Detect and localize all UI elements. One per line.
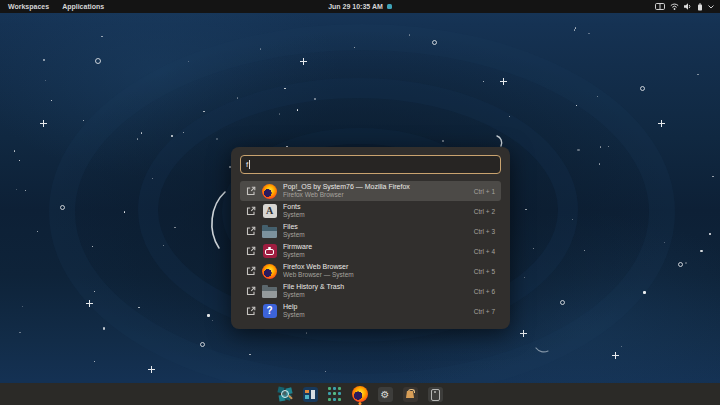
result-subtitle: System — [283, 291, 468, 299]
launcher-search-icon — [277, 386, 293, 402]
firmware-icon — [262, 244, 277, 259]
tiling-icon[interactable] — [655, 3, 665, 10]
launch-icon — [246, 306, 256, 316]
result-shortcut: Ctrl + 5 — [474, 268, 495, 275]
firefox-icon — [262, 184, 277, 199]
clock[interactable]: Jun 29 10:35 AM — [328, 3, 383, 10]
top-panel: Workspaces Applications Jun 29 10:35 AM — [0, 0, 720, 13]
launch-icon — [246, 206, 256, 216]
dock-item-firefox[interactable] — [352, 386, 368, 402]
settings-icon: ⚙ — [378, 387, 393, 402]
launcher-search-input[interactable]: f — [240, 155, 501, 174]
pop-shop-icon — [403, 387, 418, 402]
result-shortcut: Ctrl + 7 — [474, 308, 495, 315]
result-title: Firefox Web Browser — [283, 263, 468, 272]
result-text: FontsSystem — [283, 203, 468, 220]
launch-icon — [246, 266, 256, 276]
system-tray[interactable] — [655, 3, 720, 11]
launcher-result-row[interactable]: ?HelpSystemCtrl + 7 — [240, 301, 501, 321]
notification-indicator-icon — [387, 4, 392, 9]
battery-icon[interactable] — [697, 3, 703, 11]
result-text: FilesSystem — [283, 223, 468, 240]
result-title: File History & Trash — [283, 283, 468, 292]
result-title: Fonts — [283, 203, 468, 212]
result-subtitle: System — [283, 231, 468, 239]
launcher-result-row[interactable]: File History & TrashSystemCtrl + 6 — [240, 281, 501, 301]
result-shortcut: Ctrl + 3 — [474, 228, 495, 235]
result-subtitle: System — [283, 251, 468, 259]
dock-item-generic-app[interactable] — [427, 386, 443, 402]
result-subtitle: Firefox Web Browser — [283, 191, 468, 199]
dock-item-workspaces[interactable] — [302, 386, 318, 402]
launcher-result-row[interactable]: Pop!_OS by System76 — Mozilla FirefoxFir… — [240, 181, 501, 201]
result-text: HelpSystem — [283, 303, 468, 320]
fonts-icon: A — [262, 204, 277, 219]
result-text: Firefox Web BrowserWeb Browser — System — [283, 263, 468, 280]
launch-icon — [246, 286, 256, 296]
launch-icon — [246, 246, 256, 256]
dock-item-launcher-search[interactable] — [277, 386, 293, 402]
result-shortcut: Ctrl + 1 — [474, 188, 495, 195]
result-text: Pop!_OS by System76 — Mozilla FirefoxFir… — [283, 183, 468, 200]
result-title: Firmware — [283, 243, 468, 252]
result-title: Pop!_OS by System76 — Mozilla Firefox — [283, 183, 468, 192]
files-icon — [262, 224, 277, 239]
result-title: Help — [283, 303, 468, 312]
dock-item-applications-grid[interactable] — [327, 386, 343, 402]
dock-item-settings[interactable]: ⚙ — [377, 386, 393, 402]
launcher-results-list: Pop!_OS by System76 — Mozilla FirefoxFir… — [240, 181, 501, 321]
result-title: Files — [283, 223, 468, 232]
result-shortcut: Ctrl + 2 — [474, 208, 495, 215]
launcher-result-row[interactable]: FirmwareSystemCtrl + 4 — [240, 241, 501, 261]
firefox-icon — [352, 386, 368, 402]
result-text: FirmwareSystem — [283, 243, 468, 260]
firefox-icon — [262, 264, 277, 279]
help-icon: ? — [262, 304, 277, 319]
dock: ⚙ — [0, 383, 720, 405]
result-shortcut: Ctrl + 6 — [474, 288, 495, 295]
result-shortcut: Ctrl + 4 — [474, 248, 495, 255]
result-subtitle: System — [283, 211, 468, 219]
workspaces-menu[interactable]: Workspaces — [8, 3, 49, 10]
applications-menu[interactable]: Applications — [62, 3, 104, 10]
generic-app-icon — [428, 387, 443, 402]
chevron-down-icon[interactable] — [708, 5, 714, 9]
text-caret — [249, 160, 250, 169]
volume-icon[interactable] — [684, 3, 692, 10]
result-subtitle: System — [283, 311, 468, 319]
dock-item-pop-shop[interactable] — [402, 386, 418, 402]
file-history-icon — [262, 284, 277, 299]
workspaces-icon — [303, 387, 318, 402]
launch-icon — [246, 226, 256, 236]
launch-icon — [246, 186, 256, 196]
result-subtitle: Web Browser — System — [283, 271, 468, 279]
applications-grid-icon — [327, 386, 343, 403]
wifi-icon[interactable] — [670, 3, 679, 10]
launcher-result-row[interactable]: Firefox Web BrowserWeb Browser — SystemC… — [240, 261, 501, 281]
launcher-result-row[interactable]: AFontsSystemCtrl + 2 — [240, 201, 501, 221]
launcher-result-row[interactable]: FilesSystemCtrl + 3 — [240, 221, 501, 241]
result-text: File History & TrashSystem — [283, 283, 468, 300]
launcher-overlay: f Pop!_OS by System76 — Mozilla FirefoxF… — [231, 147, 510, 329]
search-query-text: f — [246, 160, 248, 169]
